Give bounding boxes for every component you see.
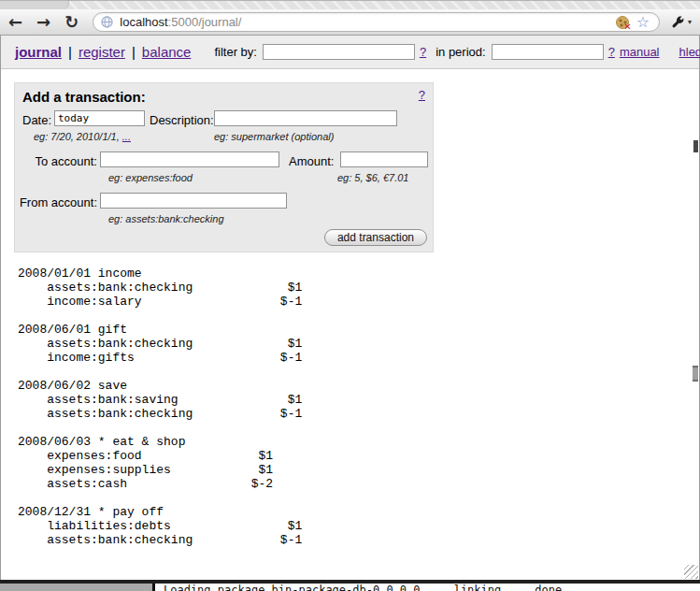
resize-grip-icon[interactable]: [684, 565, 698, 579]
url-path: :5000/journal/: [168, 15, 242, 29]
nav-separator: |: [132, 44, 136, 60]
blocked-x-icon: ✕: [623, 22, 631, 32]
date-hint: eg: 7/20, 2010/1/1, ...: [34, 131, 131, 142]
url-text[interactable]: localhost:5000/journal/: [120, 15, 241, 29]
nav-right-links: manual hledger.org: [620, 45, 700, 59]
period-help-link[interactable]: ?: [608, 45, 615, 59]
filter-by-label: filter by:: [214, 45, 257, 59]
from-account-label: From account:: [15, 195, 97, 209]
period-input[interactable]: [492, 44, 604, 60]
tab-strip: [0, 0, 700, 9]
date-input[interactable]: [54, 110, 145, 126]
amount-hint: eg: 5, $6, €7.01: [337, 172, 408, 183]
forward-icon[interactable]: →: [36, 14, 50, 31]
to-account-hint: eg: expenses:food: [108, 172, 193, 183]
to-account-input[interactable]: [100, 151, 279, 167]
filter-help-link[interactable]: ?: [420, 45, 426, 59]
date-hint-more-link[interactable]: ...: [122, 131, 131, 142]
amount-label: Amount:: [289, 154, 334, 168]
in-period-label: in period:: [436, 45, 485, 59]
chevron-down-icon: ▾: [688, 18, 692, 26]
wrench-icon: [670, 15, 685, 30]
reload-icon[interactable]: ↻: [64, 14, 79, 31]
from-account-input[interactable]: [100, 193, 287, 209]
description-hint: eg: supermarket (optional): [214, 131, 334, 142]
hledger-org-link[interactable]: hledger.org: [679, 45, 700, 59]
terminal-window: Loading package bin-package-db-0.0.0.0 .…: [152, 584, 700, 591]
nav-separator: |: [68, 44, 72, 60]
filter-input[interactable]: [263, 44, 415, 60]
description-label: Description:: [150, 113, 214, 127]
nav-link-balance[interactable]: balance: [142, 44, 192, 60]
description-input[interactable]: [214, 110, 397, 126]
globe-icon: [101, 16, 113, 28]
bookmark-star-icon[interactable]: ☆: [636, 15, 650, 30]
page-content: journal | register | balance filter by: …: [0, 36, 700, 580]
browser-toolbar: ← → ↻ localhost:5000/journal/ ✕ ☆ ▾: [0, 9, 700, 36]
add-transaction-button[interactable]: add transaction: [324, 229, 427, 246]
navbar: journal | register | balance filter by: …: [1, 36, 699, 69]
date-label: Date:: [22, 113, 51, 127]
add-transaction-form: Add a transaction: ? Date: Description: …: [14, 82, 434, 252]
nav-link-journal[interactable]: journal: [15, 44, 62, 60]
desktop-strip: Loading package bin-package-db-0.0.0.0 .…: [0, 584, 700, 591]
add-form-help-link[interactable]: ?: [419, 88, 425, 102]
settings-menu-button[interactable]: ▾: [670, 15, 692, 30]
url-host: localhost: [120, 15, 167, 29]
cookie-blocked-icon[interactable]: ✕: [616, 16, 629, 29]
amount-input[interactable]: [340, 151, 428, 167]
back-icon[interactable]: ←: [8, 14, 22, 31]
from-account-hint: eg: assets:bank:checking: [108, 213, 224, 224]
scrollbar-thumb[interactable]: [693, 366, 698, 382]
address-bar[interactable]: localhost:5000/journal/ ✕ ☆: [93, 12, 660, 32]
scrollbar-marker: [693, 140, 698, 152]
to-account-label: To account:: [22, 154, 97, 168]
browser-window: ← → ↻ localhost:5000/journal/ ✕ ☆ ▾ jour…: [0, 0, 700, 591]
nav-link-register[interactable]: register: [79, 44, 125, 60]
manual-link[interactable]: manual: [620, 45, 660, 59]
terminal-output: Loading package bin-package-db-0.0.0.0 .…: [164, 584, 568, 591]
journal-listing: 2008/01/01 income assets:bank:checking $…: [18, 267, 302, 547]
add-transaction-title: Add a transaction:: [22, 89, 146, 105]
date-hint-text: eg: 7/20, 2010/1/1,: [34, 131, 122, 142]
